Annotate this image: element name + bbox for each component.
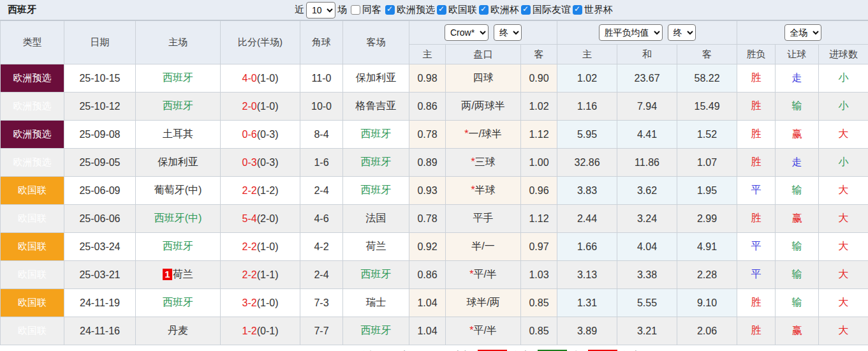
handicap-result-cell: 输: [776, 261, 819, 289]
goals-result-cell: 大: [819, 261, 868, 289]
away-team-cell: 瑞士: [343, 289, 409, 317]
header-home: 主场: [136, 21, 221, 64]
match-rows: 欧洲预选25-10-15西班牙4-0(1-0)11-0保加利亚0.98四球0.9…: [1, 64, 868, 345]
matches-table: 类型 日期 主场 比分(半场) 角球 客场 Crow* 终 胜平负均值 终 全场: [0, 20, 868, 345]
match-row: 欧国联24-11-16丹麦1-2(0-1)7-7西班牙1.04*平/半0.853…: [1, 317, 868, 345]
match-row: 欧国联25-06-09葡萄牙(中)2-2(1-2)2-4西班牙0.93*半球0.…: [1, 177, 868, 205]
home-team-cell: 西班牙(中): [136, 205, 221, 233]
goals-result-cell: 大: [819, 233, 868, 261]
ah-away-odds-cell: 1.03: [521, 261, 557, 289]
competition-filter-4[interactable]: 世界杯: [571, 4, 613, 16]
result-cell: 胜: [737, 121, 776, 149]
score-cell: 3-2(1-0): [221, 289, 300, 317]
full-time-score: 0-3: [242, 157, 257, 168]
ah-away-odds-cell: 1.12: [521, 121, 557, 149]
home-team-cell: 西班牙: [136, 233, 221, 261]
checkbox-icon[interactable]: [437, 5, 446, 15]
ah-away-odds-cell: 1.12: [521, 205, 557, 233]
recent-count-select[interactable]: 10: [306, 2, 335, 19]
score-cell: 0-6(0-3): [221, 121, 300, 149]
checkbox-icon[interactable]: [573, 5, 582, 15]
away-team-name: 格鲁吉亚: [356, 100, 397, 111]
avg-away-cell: 15.49: [677, 93, 737, 121]
goals-result-cell: 大: [819, 289, 868, 317]
header-corner: 角球: [300, 21, 343, 64]
result-cell: 平: [737, 261, 776, 289]
competition-filter-1[interactable]: 欧国联: [435, 4, 477, 16]
competition-filters: 欧洲预选欧国联欧洲杯国际友谊世界杯: [383, 4, 613, 17]
ah-away-odds-cell: 1.00: [521, 149, 557, 177]
corner-cell: 10-0: [300, 93, 343, 121]
checkbox-icon[interactable]: [521, 5, 531, 15]
away-team-cell: 西班牙: [343, 261, 409, 289]
ah-line-cell: 球半/两: [446, 289, 521, 317]
competition-label: 世界杯: [584, 4, 613, 16]
avg-home-cell: 1.31: [557, 289, 617, 317]
home-team-cell: 土耳其: [136, 121, 221, 149]
avg-home-cell: 3.13: [557, 261, 617, 289]
subheader-result: 胜负: [737, 45, 776, 64]
half-time-score: (0-1): [257, 325, 279, 336]
header-away: 客场: [343, 21, 409, 64]
ah-line-cell: *平/半: [446, 317, 521, 345]
competition-filter-0[interactable]: 欧洲预选: [383, 4, 435, 16]
avg-home-cell: 5.95: [557, 121, 617, 149]
match-row: 欧国联25-03-24西班牙2-2(1-0)4-2荷兰0.92半/一0.971.…: [1, 233, 868, 261]
checkbox-icon[interactable]: [385, 5, 395, 15]
avg-draw-cell: 4.41: [617, 121, 677, 149]
rank-badge: 1: [163, 269, 172, 280]
checkbox-icon[interactable]: [479, 5, 489, 15]
half-time-score: (1-0): [257, 241, 279, 252]
half-time-score: (0-3): [257, 129, 279, 140]
goals-result-cell: 小: [819, 93, 868, 121]
subheader-goals: 进球数: [819, 45, 868, 64]
competition-filter-3[interactable]: 国际友谊: [519, 4, 571, 16]
away-team-name: 瑞士: [366, 297, 386, 308]
ah-line-text: 一/球半: [468, 128, 501, 139]
away-team-name: 西班牙: [361, 269, 392, 280]
half-time-score: (1-2): [257, 185, 279, 196]
ah-line-cell: 两/两球半: [446, 93, 521, 121]
ah-away-odds-cell: 0.90: [521, 64, 557, 93]
result-scope-select[interactable]: 全场: [784, 24, 821, 41]
avg-away-cell: 2.99: [677, 205, 737, 233]
odds-company-select[interactable]: Crow*: [445, 24, 489, 41]
avg-home-cell: 1.66: [557, 233, 617, 261]
avg-draw-cell: 3.38: [617, 261, 677, 289]
subheader-ah-line: 盘口: [446, 45, 521, 64]
avg-home-cell: 2.44: [557, 205, 617, 233]
home-team-name: 西班牙: [163, 297, 193, 308]
avg-home-cell: 3.83: [557, 177, 617, 205]
ah-line-text: 四球: [473, 72, 494, 83]
checkbox-icon[interactable]: [351, 5, 360, 15]
avg-draw-cell: 4.04: [617, 233, 677, 261]
home-team-cell: 葡萄牙(中): [136, 177, 221, 205]
goals-result-cell: 大: [819, 205, 868, 233]
full-time-score: 4-0: [242, 73, 257, 84]
home-team-name: 土耳其: [163, 128, 193, 139]
competition-filter-2[interactable]: 欧洲杯: [477, 4, 519, 16]
goals-result-cell: 小: [819, 149, 868, 177]
handicap-result-cell: 走: [776, 149, 819, 177]
avg-time-select[interactable]: 终: [668, 24, 696, 41]
odds-time-select[interactable]: 终: [494, 24, 522, 41]
ah-home-odds-cell: 0.86: [409, 93, 446, 121]
home-team-name: 葡萄牙(中): [154, 184, 202, 195]
avg-kind-select[interactable]: 胜平负均值: [599, 24, 663, 41]
match-row: 欧洲预选25-10-15西班牙4-0(1-0)11-0保加利亚0.98四球0.9…: [1, 64, 868, 93]
competition-label: 欧国联: [448, 4, 477, 16]
same-venue-filter[interactable]: 同客: [349, 4, 381, 16]
subheader-avg-home: 主: [557, 45, 617, 64]
corner-cell: 2-4: [300, 177, 343, 205]
ah-line-cell: *一/球半: [446, 121, 521, 149]
subheader-ah-home: 主: [409, 45, 446, 64]
date-cell: 25-06-06: [64, 205, 136, 233]
result-cell: 胜: [737, 317, 776, 345]
match-row: 欧洲预选25-10-12西班牙2-0(1-0)10-0格鲁吉亚0.86两/两球半…: [1, 93, 868, 121]
home-team-cell: 丹麦: [136, 317, 221, 345]
ah-line-text: 半球: [475, 184, 496, 195]
date-cell: 25-03-21: [64, 261, 136, 289]
competition-label: 欧洲预选: [397, 4, 435, 16]
match-row: 欧洲预选25-09-08土耳其0-6(0-3)8-4西班牙0.78*一/球半1.…: [1, 121, 868, 149]
full-time-score: 2-2: [242, 185, 257, 196]
